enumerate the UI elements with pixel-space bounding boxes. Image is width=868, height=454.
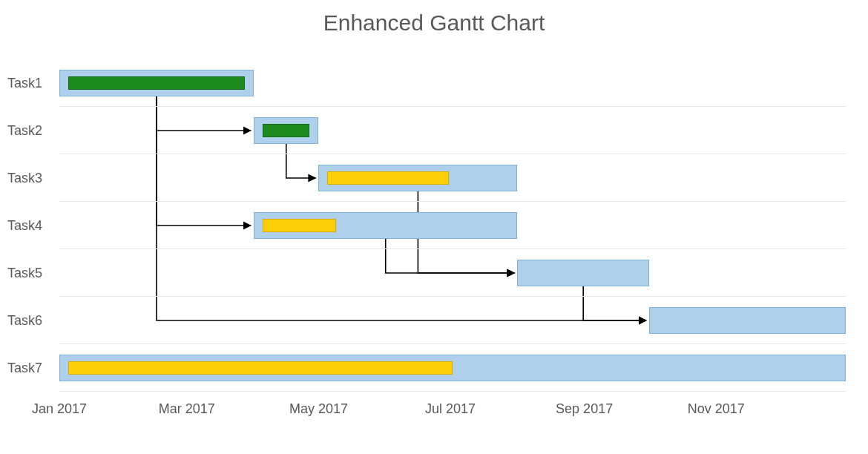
task-row: Task1	[59, 59, 846, 107]
x-tick: Jul 2017	[425, 401, 476, 417]
task-label: Task1	[7, 75, 52, 91]
task-row: Task4	[59, 202, 846, 249]
x-tick: May 2017	[289, 401, 348, 417]
task-progress	[68, 361, 453, 375]
task-label: Task4	[7, 217, 52, 233]
task-bar[interactable]	[649, 307, 846, 334]
chart-title: Enhanced Gantt Chart	[0, 10, 868, 36]
plot-area: Jan 2017Mar 2017May 2017Jul 2017Sep 2017…	[59, 59, 846, 423]
task-progress	[263, 124, 309, 137]
x-tick: Sep 2017	[556, 401, 613, 417]
task-progress	[327, 171, 448, 185]
task-label: Task2	[7, 122, 52, 138]
task-row: Task6	[59, 297, 846, 344]
x-tick: Jan 2017	[32, 401, 87, 417]
task-row: Task7	[59, 344, 846, 392]
gantt-chart: Enhanced Gantt Chart Jan 2017Mar 2017May…	[0, 0, 868, 454]
task-label: Task3	[7, 170, 52, 185]
task-label: Task5	[7, 265, 52, 280]
task-progress	[68, 76, 245, 90]
x-tick: Mar 2017	[159, 401, 215, 417]
task-label: Task7	[7, 360, 52, 375]
task-progress	[263, 219, 336, 232]
task-row: Task5	[59, 249, 846, 297]
task-bar[interactable]	[517, 260, 649, 286]
x-tick: Nov 2017	[688, 401, 745, 417]
task-row: Task2	[59, 107, 846, 154]
x-axis: Jan 2017Mar 2017May 2017Jul 2017Sep 2017…	[59, 395, 846, 417]
task-label: Task6	[7, 312, 52, 328]
task-row: Task3	[59, 154, 846, 202]
